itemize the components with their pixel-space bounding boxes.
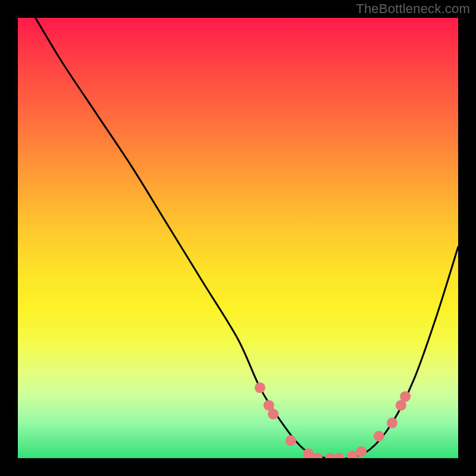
watermark-text: TheBottleneck.com — [356, 1, 470, 17]
marker-dot — [400, 391, 411, 402]
highlight-markers — [255, 383, 411, 458]
marker-dot — [374, 431, 384, 441]
curve-layer — [18, 18, 458, 458]
marker-dot — [334, 453, 345, 458]
marker-dot — [356, 446, 367, 457]
bottleneck-curve — [36, 18, 458, 458]
plot-area — [18, 18, 458, 458]
marker-dot — [286, 435, 296, 446]
marker-dot — [387, 418, 397, 428]
marker-dot — [268, 409, 278, 419]
marker-dot — [255, 383, 265, 393]
chart-frame: TheBottleneck.com — [0, 0, 476, 476]
